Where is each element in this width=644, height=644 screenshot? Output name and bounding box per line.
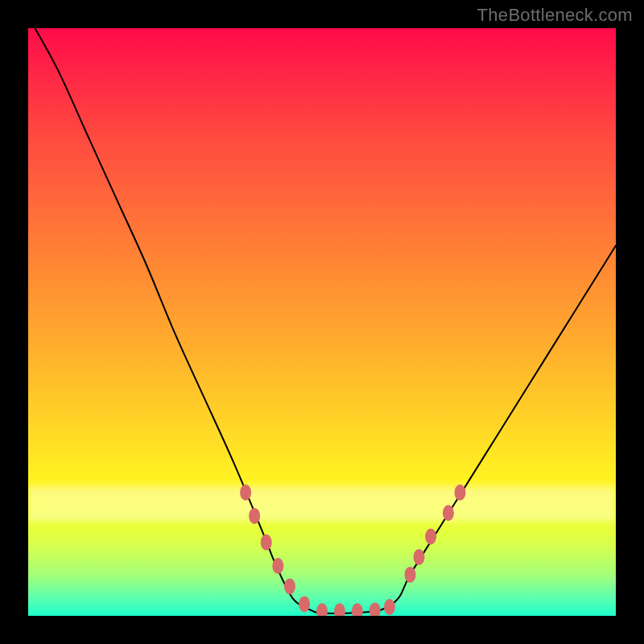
frame: TheBottleneck.com	[0, 0, 644, 644]
curve-marker	[261, 535, 272, 551]
curve-marker	[249, 508, 260, 524]
curve-marker	[405, 567, 416, 583]
bottleneck-curve	[28, 28, 616, 613]
bottleneck-curve-svg	[28, 28, 616, 616]
curve-marker	[384, 599, 395, 615]
curve-marker	[369, 602, 381, 616]
curve-marker	[425, 529, 436, 545]
curve-marker	[299, 596, 310, 612]
curve-marker	[334, 603, 345, 616]
curve-marker	[240, 485, 251, 501]
plot-area	[28, 28, 616, 616]
curve-marker	[316, 603, 328, 616]
curve-marker	[284, 579, 295, 595]
curve-markers	[240, 485, 465, 616]
curve-marker	[352, 603, 363, 616]
attribution-label: TheBottleneck.com	[477, 5, 633, 26]
curve-marker	[443, 505, 454, 521]
curve-marker	[414, 549, 425, 565]
curve-marker	[455, 485, 466, 501]
curve-marker	[272, 558, 283, 574]
